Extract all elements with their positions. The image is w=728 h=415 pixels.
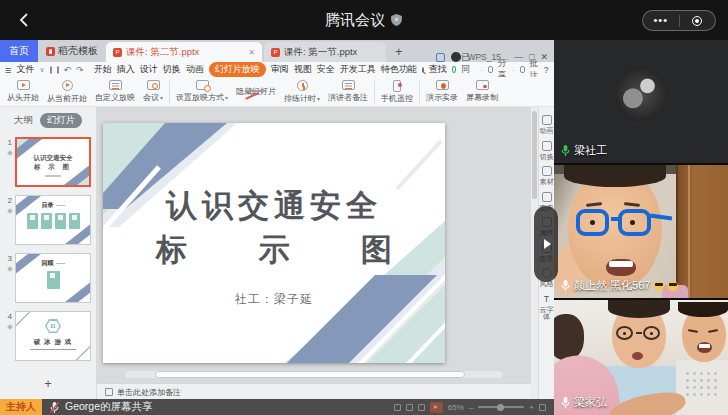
page-title: 腾讯会议 [325,11,385,30]
close-tab-icon[interactable]: ✕ [248,48,255,57]
wps-doc-tab-active[interactable]: P 课件: 第二节.pptx ✕ [106,42,262,62]
slide-thumbnail-1-selected[interactable]: 认识交通安全 标 示 图 [15,137,91,187]
chevron-right-icon [544,239,551,249]
menu-animation[interactable]: 动画 [186,63,204,76]
mic-on-icon [560,279,571,292]
notes-icon [105,388,113,396]
wps-statusbar-faint: 65% – + [394,402,554,413]
tab-outline[interactable]: 大纲 [14,114,33,127]
ribbon-custom-show[interactable]: 自定义放映 [91,78,139,106]
menu-design[interactable]: 设计 [140,63,158,76]
decor-teal-box [16,271,90,289]
back-chevron-icon [16,11,34,29]
wps-menubar: ≡ 文件 ∨ ↶ ↷ 开始 插入 设计 切换 动画 幻灯片放映 审阅 视图 安全… [0,62,554,77]
ribbon-hide-slide[interactable]: 隐藏幻灯片 [232,78,280,106]
presentation-record-icon [436,80,449,90]
ribbon-speaker-notes[interactable]: 演讲者备注 [324,78,372,106]
ribbon-play-from-start[interactable]: 从头开始 [3,78,43,106]
menu-view[interactable]: 视图 [294,63,312,76]
docer-icon [46,47,55,56]
hamburger-icon[interactable]: ≡ [5,64,11,76]
sunglasses-emoji [654,281,664,291]
wps-ribbon: 从头开始 从当前开始 自定义放映 会议▾ 设置放映方式▾ 隐藏幻灯片 排练计时▾… [0,77,554,107]
sidebar-item-assets[interactable]: 素材 [539,166,555,186]
undo-icon[interactable]: ↶ [64,65,72,75]
menu-insert[interactable]: 插入 [117,63,135,76]
wps-doc-tab-inactive[interactable]: P 课件: 第一节.pptx [264,42,386,62]
hair [678,302,728,317]
scrollbar-thumb[interactable] [532,111,537,199]
add-slide-button[interactable]: + [0,376,96,391]
thumb-title: 认识交通安全 [17,154,89,163]
slide-subtitle[interactable]: 社工：梁子延 [103,291,445,308]
view-reading-icon[interactable] [418,404,425,411]
participant-video-2[interactable]: 颜上然 黑化567 [554,165,728,298]
save-icon[interactable] [50,66,52,74]
thumbnail-row: 2 目录 [2,195,94,245]
screen-record-icon [476,80,489,90]
host-badge: 主持人 [0,399,42,415]
menu-review[interactable]: 审阅 [271,63,289,76]
tab-slides[interactable]: 幻灯片 [40,113,83,128]
wps-home-tab[interactable]: 首页 [0,40,38,62]
more-button[interactable]: ••• [643,11,679,30]
participant-video-1[interactable]: 梁社工 [554,40,728,163]
menu-features[interactable]: 特色功能 [381,63,417,76]
zoom-level: 65% [448,403,464,412]
ribbon-setup-show[interactable]: 设置放映方式▾ [172,78,232,106]
thumb-title-2: 标 示 图 [17,163,89,172]
sunglasses-emoji [668,281,678,291]
video-panel-toggle[interactable] [534,206,558,282]
ribbon-play-from-current[interactable]: 从当前开始 [43,78,91,106]
redo-icon[interactable]: ↷ [76,65,84,75]
sidebar-item-animation[interactable]: 动画 [539,115,555,135]
zoom-in-button[interactable]: + [529,403,534,412]
current-slide[interactable]: 认识交通安全 标 示 图 社工：梁子延 [103,123,445,363]
participant-name: 梁社工 [574,143,607,158]
view-sorter-icon[interactable] [406,404,413,411]
participant-video-3[interactable]: 梁家弘 [554,300,728,415]
screenshot-root: 腾讯会议 ••• 首页 稻壳模板 P 课件: 第二节.pptx ✕ [0,0,728,415]
slide-thumbnail-3[interactable]: 回顾 [15,253,91,303]
slide-title-line1[interactable]: 认识交通安全 [103,185,445,227]
zoom-slider[interactable] [478,406,524,408]
minimize-capsule-button[interactable] [680,16,716,26]
scrollbar-thumb[interactable] [155,371,465,378]
new-tab-button[interactable]: + [395,42,403,62]
zoom-slider-knob[interactable] [497,404,504,411]
wps-docer-tab[interactable]: 稻壳模板 [38,40,106,62]
menu-slideshow-active[interactable]: 幻灯片放映 [209,62,266,77]
horizontal-scrollbar[interactable] [125,371,503,378]
fit-screen-icon[interactable] [539,404,546,411]
panel-tabs: 大纲 幻灯片 [0,107,96,129]
slide-thumbnail-2[interactable]: 目录 [15,195,91,245]
sidebar-item-transition[interactable]: 切换 [539,141,555,161]
thumb-title: 目录 [42,202,54,208]
menu-file[interactable]: 文件 [16,63,34,76]
view-normal-icon[interactable] [394,404,401,411]
find-button[interactable]: 查找 [429,63,447,76]
ribbon-screen-record[interactable]: 屏幕录制 [462,78,502,106]
animation-icon [542,115,552,125]
zoom-out-button[interactable]: – [469,403,473,412]
thumb-title: 破 冰 游 戏 [16,338,90,347]
ribbon-rehearse-timing[interactable]: 排练计时▾ [280,78,324,106]
chevron-down-icon: ∨ [39,66,44,74]
ribbon-presentation-record[interactable]: 演示实录 [422,78,462,106]
slide-title-line2[interactable]: 标 示 图 [156,229,392,271]
menu-home[interactable]: 开始 [94,63,112,76]
slideshow-play-button[interactable] [430,402,443,413]
ribbon-meeting[interactable]: 会议▾ [139,78,167,106]
menu-devtools[interactable]: 开发工具 [340,63,376,76]
print-icon[interactable] [57,66,59,74]
slide-thumbnail-panel: 大纲 幻灯片 1 认识交通安全 标 示 图 [0,107,97,415]
sidebar-item-cloud-font[interactable]: T云字体 [539,294,555,321]
help-button[interactable]: ? [544,65,549,75]
slide-editor-canvas[interactable]: 认识交通安全 标 示 图 社工：梁子延 单击此处添加备注 [97,107,531,415]
menu-security[interactable]: 安全 [317,63,335,76]
menu-transition[interactable]: 切换 [163,63,181,76]
apps-grid-icon[interactable] [436,53,445,62]
ribbon-phone-remote[interactable]: 手机遥控 [377,78,417,106]
slide-thumbnail-4[interactable]: 01 破 冰 游 戏 [15,311,91,361]
back-button[interactable] [16,11,34,29]
